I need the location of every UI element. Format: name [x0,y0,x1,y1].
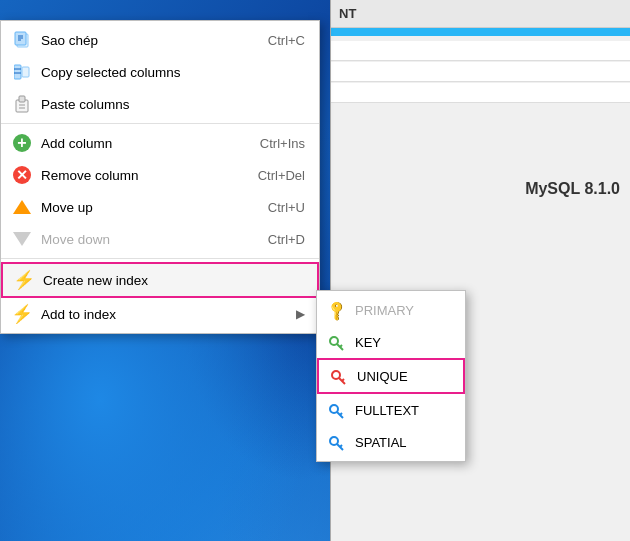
svg-rect-5 [14,65,21,79]
primary-label: PRIMARY [355,303,414,318]
key-label: KEY [355,335,381,350]
panel-line [331,83,630,103]
key-blue-spatial-icon [325,431,347,453]
create-index-label: Create new index [43,273,303,288]
lightning-magenta-icon: ⚡ [13,269,35,291]
panel-line [331,62,630,82]
menu-item-paste[interactable]: Paste columns [1,88,319,120]
move-up-shortcut: Ctrl+U [268,200,305,215]
copy-icon [11,29,33,51]
menu-item-move-up[interactable]: Move up Ctrl+U [1,191,319,223]
svg-rect-10 [19,96,25,102]
remove-col-shortcut: Ctrl+Del [258,168,305,183]
menu-item-add-to-index[interactable]: ⚡ Add to index ▶ [1,298,319,330]
fulltext-label: FULLTEXT [355,403,419,418]
unique-label: UNIQUE [357,369,408,384]
lightning-purple-icon: ⚡ [11,303,33,325]
remove-circle-icon: ✕ [13,166,31,184]
svg-point-22 [330,437,338,445]
move-up-label: Move up [41,200,268,215]
key-blue-fulltext-icon [325,399,347,421]
app-panel-title: NT [339,6,356,21]
move-down-icon [11,228,33,250]
add-circle-icon: + [13,134,31,152]
svg-line-21 [340,413,342,415]
panel-lines [331,36,630,108]
copy-cols-icon [11,61,33,83]
move-down-label: Move down [41,232,268,247]
blue-bar [331,28,630,36]
context-menu: Sao chép Ctrl+C Copy selected columns Pa… [0,20,320,334]
remove-col-icon: ✕ [11,164,33,186]
key-red-icon [327,365,349,387]
submenu-item-primary[interactable]: 🔑 PRIMARY [317,294,465,326]
submenu-item-spatial[interactable]: SPATIAL [317,426,465,458]
menu-item-remove-col[interactable]: ✕ Remove column Ctrl+Del [1,159,319,191]
submenu-item-fulltext[interactable]: FULLTEXT [317,394,465,426]
submenu-item-key[interactable]: KEY [317,326,465,358]
key-gray-icon: 🔑 [325,299,347,321]
submenu: 🔑 PRIMARY KEY UNIQUE [316,290,466,462]
mysql-version: MySQL 8.1.0 [525,180,620,198]
remove-col-label: Remove column [41,168,258,183]
copy-cols-label: Copy selected columns [41,65,305,80]
add-col-shortcut: Ctrl+Ins [260,136,305,151]
submenu-item-unique[interactable]: UNIQUE [317,358,465,394]
copy-shortcut: Ctrl+C [268,33,305,48]
key-green-icon [325,331,347,353]
add-col-icon: + [11,132,33,154]
add-to-index-label: Add to index [41,307,288,322]
move-down-shortcut: Ctrl+D [268,232,305,247]
svg-line-15 [340,345,342,347]
arrow-up-icon [13,200,31,214]
menu-item-add-col[interactable]: + Add column Ctrl+Ins [1,127,319,159]
svg-line-18 [342,379,344,381]
move-up-icon [11,196,33,218]
svg-point-16 [332,371,340,379]
svg-rect-8 [22,67,29,77]
separator-2 [1,258,319,259]
spatial-label: SPATIAL [355,435,407,450]
menu-item-copy-cols[interactable]: Copy selected columns [1,56,319,88]
submenu-arrow-icon: ▶ [296,307,305,321]
paste-label: Paste columns [41,97,305,112]
menu-item-create-index[interactable]: ⚡ Create new index [1,262,319,298]
separator-1 [1,123,319,124]
menu-item-copy[interactable]: Sao chép Ctrl+C [1,24,319,56]
copy-label: Sao chép [41,33,268,48]
svg-line-24 [340,445,342,447]
menu-item-move-down[interactable]: Move down Ctrl+D [1,223,319,255]
panel-line [331,41,630,61]
app-panel-header: NT [331,0,630,28]
add-col-label: Add column [41,136,260,151]
arrow-down-icon [13,232,31,246]
svg-point-13 [330,337,338,345]
svg-point-19 [330,405,338,413]
paste-icon [11,93,33,115]
